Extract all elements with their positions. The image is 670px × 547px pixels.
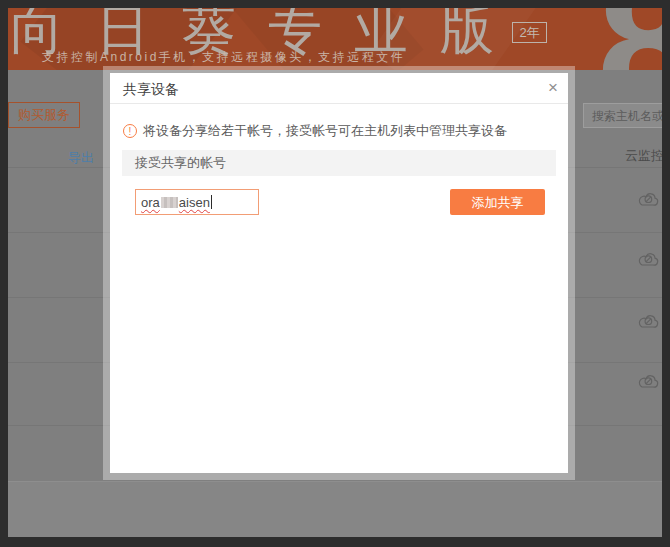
redacted-text-block bbox=[161, 197, 178, 208]
dialog-info-text: 将设备分享给若干帐号，接受帐号可在主机列表中管理共享设备 bbox=[143, 122, 507, 140]
section-header: 接受共享的帐号 bbox=[122, 150, 556, 176]
dialog-header: 共享设备 × bbox=[110, 73, 568, 104]
modal-outline: 共享设备 × ! 将设备分享给若干帐号，接受帐号可在主机列表中管理共享设备 接受… bbox=[103, 66, 575, 480]
share-device-dialog: 共享设备 × ! 将设备分享给若干帐号，接受帐号可在主机列表中管理共享设备 接受… bbox=[110, 73, 568, 473]
dialog-info-row: ! 将设备分享给若干帐号，接受帐号可在主机列表中管理共享设备 bbox=[123, 122, 507, 140]
account-value-suffix: aisen bbox=[179, 195, 210, 210]
add-share-button[interactable]: 添加共享 bbox=[450, 189, 545, 215]
share-account-value: oraaisen bbox=[141, 195, 210, 210]
text-cursor bbox=[211, 195, 212, 209]
screenshot-frame: 8 向日葵专业版 支持控制Android手机，支持远程摄像头，支持远程文件 2年… bbox=[0, 0, 670, 547]
section-header-label: 接受共享的帐号 bbox=[122, 150, 556, 176]
app-window: 8 向日葵专业版 支持控制Android手机，支持远程摄像头，支持远程文件 2年… bbox=[8, 8, 662, 537]
dialog-title: 共享设备 bbox=[123, 81, 179, 99]
info-icon: ! bbox=[123, 124, 137, 138]
account-value-prefix: ora bbox=[141, 195, 160, 210]
close-icon[interactable]: × bbox=[548, 77, 558, 99]
share-account-input[interactable]: oraaisen bbox=[135, 189, 259, 215]
